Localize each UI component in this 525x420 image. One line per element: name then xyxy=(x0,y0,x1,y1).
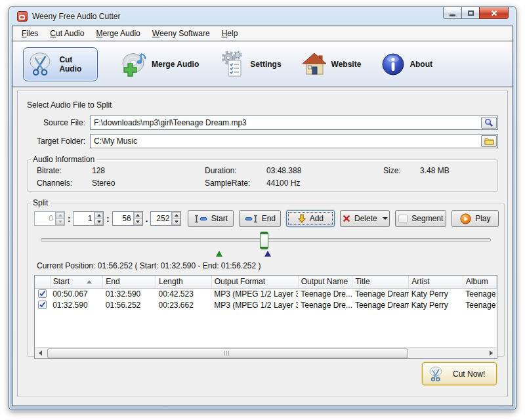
table-row[interactable]: 00:50.067 01:32.590 00:42.523 MP3 (MPEG … xyxy=(35,288,497,299)
start-button[interactable]: Start xyxy=(188,210,234,227)
milliseconds-value: 252 xyxy=(151,212,171,225)
scrollbar-thumb[interactable] xyxy=(47,348,408,358)
column-header-artist[interactable]: Artist xyxy=(409,276,463,288)
column-header-check[interactable] xyxy=(35,276,50,288)
delete-button[interactable]: Delete xyxy=(340,210,390,227)
maximize-icon xyxy=(468,10,474,16)
audio-information-group: Audio Information Bitrate: 128 Duration:… xyxy=(27,155,498,192)
column-header-output-name[interactable]: Output Name xyxy=(298,276,352,288)
minutes-up-icon[interactable] xyxy=(94,212,103,219)
row-checkbox[interactable] xyxy=(38,301,47,309)
website-icon xyxy=(301,52,327,77)
start-marker-icon xyxy=(216,251,222,257)
bitrate-label: Bitrate: xyxy=(37,166,92,175)
table-header-row: Start End Length Output Format Output Na… xyxy=(35,276,497,288)
hours-down-icon[interactable] xyxy=(56,219,64,226)
scroll-right-button[interactable] xyxy=(486,348,497,359)
source-file-field xyxy=(90,116,498,130)
add-button[interactable]: Add xyxy=(286,210,335,227)
scrollbar-track[interactable] xyxy=(46,348,486,359)
play-button-label: Play xyxy=(475,214,490,223)
segments-table: Start End Length Output Format Output Na… xyxy=(34,275,497,359)
main-panel: Select Audio File to Split Source File: xyxy=(17,91,508,396)
menu-help[interactable]: Help xyxy=(216,27,244,40)
column-header-length[interactable]: Length xyxy=(156,276,212,288)
cut-now-button[interactable]: Cut Now! xyxy=(422,362,497,385)
hours-up-icon[interactable] xyxy=(56,212,64,219)
row-checkbox[interactable] xyxy=(38,289,47,298)
maximize-button[interactable] xyxy=(461,7,480,19)
slider-thumb[interactable] xyxy=(260,232,268,249)
position-slider xyxy=(35,231,496,260)
add-arrow-icon xyxy=(298,214,306,223)
title-bar[interactable]: Weeny Free Audio Cutter xyxy=(9,7,516,26)
menu-files[interactable]: Files xyxy=(16,27,44,40)
minutes-value: 1 xyxy=(74,212,94,225)
browse-target-button[interactable] xyxy=(481,135,497,147)
cut-now-label: Cut Now! xyxy=(453,369,485,379)
segment-button[interactable]: Segment xyxy=(395,210,446,227)
menu-cut-audio[interactable]: Cut Audio xyxy=(44,27,90,40)
column-header-output-format[interactable]: Output Format xyxy=(211,276,298,288)
desktop: Weeny Free Audio Cutter Files Cut Audio … xyxy=(0,0,525,420)
toolbar: Cut Audio Merge Audio xyxy=(12,41,513,87)
milliseconds-down-icon[interactable] xyxy=(172,219,180,226)
table-row[interactable]: 01:32.590 01:56.252 00:23.662 MP3 (MPEG … xyxy=(35,299,497,310)
split-controls-row: 0 : 1 xyxy=(34,210,499,227)
end-button-label: End xyxy=(262,214,276,223)
column-header-album[interactable]: Album xyxy=(463,276,497,288)
delete-dropdown-icon xyxy=(383,217,388,220)
toolbar-about[interactable]: About xyxy=(381,52,432,77)
channels-value: Stereo xyxy=(92,178,205,188)
toolbar-merge-audio-label: Merge Audio xyxy=(152,60,199,69)
samplerate-value: 44100 Hz xyxy=(266,178,383,188)
close-icon xyxy=(491,10,497,16)
sort-ascending-icon xyxy=(87,280,92,284)
toolbar-settings[interactable]: Settings xyxy=(219,50,281,79)
start-button-label: Start xyxy=(211,214,228,223)
end-button[interactable]: End xyxy=(239,210,281,227)
scroll-right-icon xyxy=(490,350,493,356)
checkmark-icon xyxy=(39,290,46,297)
menu-merge-audio[interactable]: Merge Audio xyxy=(90,27,146,40)
play-icon xyxy=(460,213,471,224)
hours-value: 0 xyxy=(35,212,55,225)
scroll-left-button[interactable] xyxy=(35,348,46,359)
minimize-button[interactable] xyxy=(443,7,462,19)
duration-value: 03:48.388 xyxy=(266,166,383,175)
size-value: 3.48 MB xyxy=(420,166,497,175)
target-folder-field xyxy=(90,134,498,148)
toolbar-cut-audio[interactable]: Cut Audio xyxy=(23,47,98,81)
milliseconds-up-icon[interactable] xyxy=(172,212,180,219)
seconds-down-icon[interactable] xyxy=(134,219,142,226)
minutes-down-icon[interactable] xyxy=(94,219,103,226)
target-folder-input[interactable] xyxy=(91,135,497,148)
folder-icon xyxy=(484,137,494,145)
toolbar-merge-audio[interactable]: Merge Audio xyxy=(117,50,199,79)
browse-source-button[interactable] xyxy=(481,117,497,129)
column-header-end[interactable]: End xyxy=(103,276,156,288)
audio-information-title: Audio Information xyxy=(31,155,96,164)
scrollbar-grip-icon xyxy=(224,351,230,356)
close-button[interactable] xyxy=(479,7,509,19)
window-title: Weeny Free Audio Cutter xyxy=(32,12,121,21)
end-marker-icon xyxy=(264,251,271,257)
play-button[interactable]: Play xyxy=(452,210,499,227)
slider-markers xyxy=(41,251,491,257)
hours-spinner[interactable]: 0 xyxy=(34,211,65,226)
app-icon xyxy=(17,11,28,22)
seconds-spinner[interactable]: 56 xyxy=(112,211,143,226)
column-header-title[interactable]: Title xyxy=(352,276,409,288)
channels-label: Channels: xyxy=(37,178,92,188)
minutes-spinner[interactable]: 1 xyxy=(73,211,104,226)
search-icon xyxy=(484,118,494,127)
section-heading: Select Audio File to Split xyxy=(27,100,507,110)
menu-weeny-software[interactable]: Weeny Software xyxy=(146,27,216,40)
set-end-icon xyxy=(245,215,258,223)
milliseconds-spinner[interactable]: 252 xyxy=(150,211,181,226)
toolbar-website[interactable]: Website xyxy=(301,52,362,77)
column-header-start[interactable]: Start xyxy=(50,276,103,288)
source-file-input[interactable] xyxy=(91,116,497,129)
horizontal-scrollbar xyxy=(35,347,497,358)
seconds-up-icon[interactable] xyxy=(134,212,142,219)
